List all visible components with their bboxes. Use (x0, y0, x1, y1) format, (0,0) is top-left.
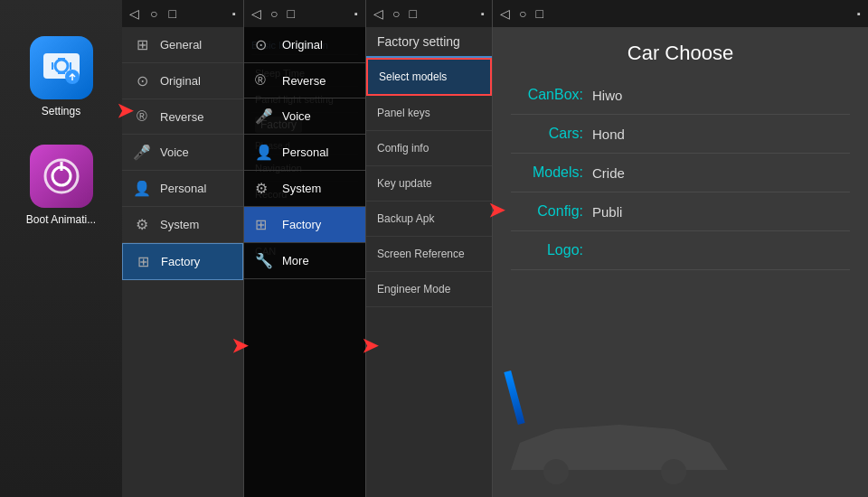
status-icons-5: ▪ (857, 8, 861, 19)
select-models-wrapper: Select models (366, 58, 492, 96)
car-silhouette-svg (493, 407, 746, 488)
menu-item-voice[interactable]: 🎤 Voice (122, 135, 243, 171)
models-row: Models: Cride (511, 154, 850, 192)
arrow-to-panel4: ➤ (362, 334, 378, 358)
boot-power-icon (42, 156, 81, 196)
settings-app-icon[interactable]: Settings (30, 36, 93, 117)
menu-item-personal[interactable]: 👤 Personal (122, 171, 243, 207)
overlay-personal[interactable]: 👤 Personal (244, 135, 365, 171)
overlay-system[interactable]: ⚙ System (244, 171, 365, 207)
overlay-more[interactable]: 🔧 More (244, 243, 365, 279)
key-update-item[interactable]: Key update (366, 166, 492, 202)
car-choose-panel: ◁ ○ □ ▪ Car Choose CanBox: Hiwo Cars: Ho… (493, 0, 868, 497)
svg-point-7 (661, 459, 686, 484)
arrow-to-panel3: ➤ (231, 334, 248, 358)
boot-app-image (30, 145, 93, 208)
overlay-voice-icon: 🎤 (255, 108, 273, 125)
overlay-factory[interactable]: ⊞ Factory (244, 207, 365, 243)
recent-btn-3[interactable]: □ (287, 6, 294, 21)
car-bg-decoration (493, 407, 868, 488)
car-choose-title: Car Choose (493, 27, 868, 76)
logo-row: Logo: (511, 231, 850, 270)
status-icons-4: ▪ (481, 8, 485, 19)
arrow-to-panel2: ➤ (117, 99, 133, 123)
cars-label: Cars: (511, 126, 583, 142)
reverse-label: Reverse (160, 110, 203, 124)
canbox-value: Hiwo (592, 88, 850, 103)
backup-apk-item[interactable]: Backup Apk (366, 202, 492, 237)
reverse-icon: ® (133, 108, 151, 125)
home-btn-2[interactable]: ○ (150, 6, 157, 21)
original-icon: ⊙ (133, 72, 151, 89)
engineer-mode-item[interactable]: Engineer Mode (366, 272, 492, 307)
back-btn-2[interactable]: ◁ (129, 6, 139, 21)
overlay-reverse-label: Reverse (282, 74, 326, 88)
arrow-to-panel5: ➤ (488, 199, 505, 222)
car-choose-content: CanBox: Hiwo Cars: Hond Models: Cride Co… (493, 76, 868, 270)
personal-icon: 👤 (133, 180, 151, 197)
boot-animation-app-icon[interactable]: Boot Animati... (26, 145, 96, 226)
factory-label-2: Factory (161, 255, 200, 268)
status-bar-4: ◁ ○ □ ▪ (366, 0, 492, 27)
status-bar-2: ◁ ○ □ ▪ (122, 0, 243, 27)
factory-setting-header: Factory setting (366, 27, 492, 58)
menu-item-reverse[interactable]: ® Reverse (122, 99, 243, 135)
config-row: Config: Publi (511, 192, 850, 231)
overlay-personal-label: Personal (282, 145, 328, 159)
logo-label: Logo: (511, 242, 583, 258)
settings-car-gear-icon (40, 46, 83, 89)
menu-item-factory[interactable]: ⊞ Factory (122, 243, 243, 280)
app-grid-panel: ➤ Settings Boot Animati... (0, 0, 122, 497)
back-btn-5[interactable]: ◁ (500, 6, 510, 21)
overlay-voice-label: Voice (282, 109, 311, 123)
overlay-original[interactable]: ⊙ Original (244, 27, 365, 63)
system-icon: ⚙ (133, 216, 151, 233)
config-label: Config: (511, 203, 583, 220)
system-label: System (160, 218, 199, 231)
settings-app-label: Settings (42, 105, 80, 117)
voice-label: Voice (160, 145, 189, 159)
canbox-row: CanBox: Hiwo (511, 76, 850, 115)
original-label: Original (160, 74, 201, 88)
back-btn-4[interactable]: ◁ (373, 6, 383, 21)
settings-menu-list: ⊞ General ⊙ Original ® Reverse 🎤 Voice 👤… (122, 27, 243, 497)
panel-keys-item[interactable]: Panel keys (366, 96, 492, 131)
home-btn-4[interactable]: ○ (392, 6, 400, 21)
canbox-label: CanBox: (511, 87, 583, 103)
content-overlay-panel: ◁ ○ □ ▪ Basic Information Sleep Time Pan… (244, 0, 366, 497)
settings-app-image (30, 36, 93, 99)
overlay-system-label: System (282, 182, 321, 195)
overlay-factory-label: Factory (282, 218, 321, 231)
voice-icon: 🎤 (133, 144, 151, 161)
home-btn-5[interactable]: ○ (519, 6, 526, 21)
config-info-item[interactable]: Config info (366, 131, 492, 166)
menu-item-original[interactable]: ⊙ Original (122, 63, 243, 99)
settings-menu-panel: ◁ ○ □ ▪ ⊞ General ⊙ Original ® Reverse 🎤… (122, 0, 244, 497)
screen-reference-item[interactable]: Screen Reference (366, 237, 492, 272)
overlay-reverse[interactable]: ® Reverse (244, 63, 365, 98)
home-btn-3[interactable]: ○ (270, 6, 278, 21)
back-btn-3[interactable]: ◁ (251, 6, 261, 21)
recent-btn-4[interactable]: □ (409, 6, 416, 21)
status-bar-3: ◁ ○ □ ▪ (244, 0, 365, 27)
factory-setting-panel: ◁ ○ □ ▪ Factory setting Select models Pa… (366, 0, 493, 497)
general-label: General (160, 38, 202, 52)
cars-row: Cars: Hond (511, 115, 850, 154)
cars-value: Hond (592, 127, 850, 142)
overlay-more-label: More (282, 254, 309, 267)
recent-btn-5[interactable]: □ (535, 6, 542, 21)
overlay-more-icon: 🔧 (255, 252, 273, 269)
overlay-system-icon: ⚙ (255, 180, 273, 197)
overlay-voice[interactable]: 🎤 Voice (244, 98, 365, 135)
status-bar-5: ◁ ○ □ ▪ (493, 0, 868, 27)
personal-label: Personal (160, 182, 206, 195)
general-icon: ⊞ (133, 36, 151, 53)
menu-item-system[interactable]: ⚙ System (122, 207, 243, 243)
overlay-reverse-icon: ® (255, 72, 273, 89)
svg-point-6 (543, 459, 569, 484)
menu-item-general[interactable]: ⊞ General (122, 27, 243, 63)
config-value: Publi (592, 204, 850, 220)
recent-btn-2[interactable]: □ (168, 6, 175, 21)
overlay-menu: ⊙ Original ® Reverse 🎤 Voice 👤 Personal … (244, 27, 365, 497)
select-models-item[interactable]: Select models (366, 58, 492, 96)
